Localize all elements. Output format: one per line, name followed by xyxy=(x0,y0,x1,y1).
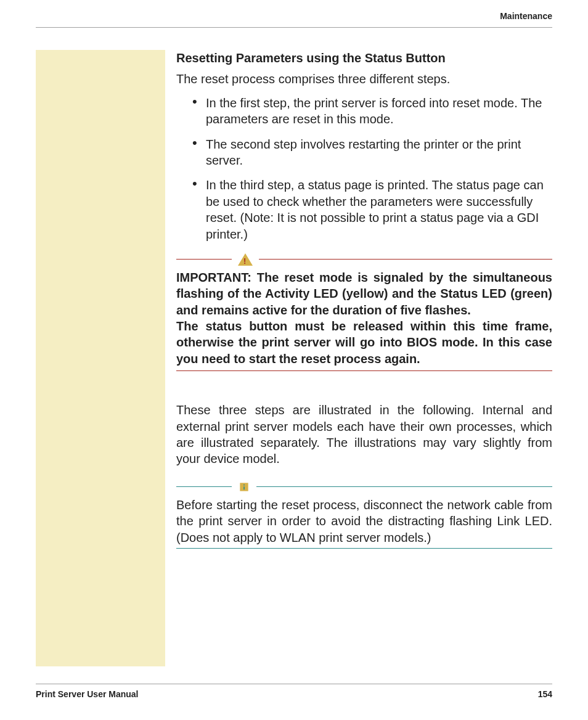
info-icon xyxy=(238,481,250,493)
main-content: Resetting Parameters using the Status Bu… xyxy=(176,50,552,666)
warning-icon xyxy=(238,253,253,266)
body-paragraph: These three steps are illustrated in the… xyxy=(176,402,552,467)
divider-line xyxy=(176,259,232,260)
info-divider-bottom xyxy=(176,548,552,549)
warning-divider-top xyxy=(176,253,552,266)
left-margin-bar xyxy=(36,50,165,666)
footer-manual-title: Print Server User Manual xyxy=(36,689,139,699)
page-footer: Print Server User Manual 154 xyxy=(36,684,552,699)
divider-line xyxy=(176,486,232,487)
important-note: IMPORTANT: The reset mode is signaled by… xyxy=(176,269,552,367)
important-text-2: The status button must be released withi… xyxy=(176,319,552,366)
warning-divider-bottom xyxy=(176,370,552,371)
info-divider-top xyxy=(176,481,552,493)
step-item: The second step involves restarting the … xyxy=(192,136,552,169)
footer-page-number: 154 xyxy=(538,689,552,699)
important-text-1: IMPORTANT: The reset mode is signaled by… xyxy=(176,271,552,317)
divider-line xyxy=(259,259,552,260)
step-item: In the third step, a status page is prin… xyxy=(192,177,552,242)
steps-list: In the first step, the print server is f… xyxy=(176,95,552,242)
info-paragraph: Before starting the reset process, disco… xyxy=(176,497,552,546)
header-section-label: Maintenance xyxy=(36,11,552,27)
step-item: In the first step, the print server is f… xyxy=(192,95,552,128)
divider-line xyxy=(256,486,552,487)
intro-paragraph: The reset process comprises three differ… xyxy=(176,71,552,87)
section-title: Resetting Parameters using the Status Bu… xyxy=(176,50,552,66)
header-rule xyxy=(36,27,552,28)
